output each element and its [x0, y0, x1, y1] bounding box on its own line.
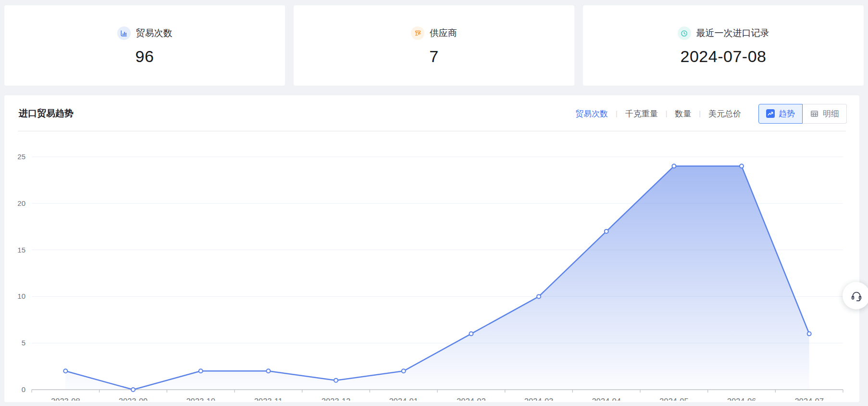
- svg-text:2024-06: 2024-06: [727, 397, 756, 401]
- svg-text:2023-11: 2023-11: [254, 397, 283, 401]
- trend-chart-container: 05101520252023-082023-092023-102023-1120…: [4, 131, 859, 401]
- trend-view-button[interactable]: 趋势: [758, 104, 803, 124]
- trend-icon: [766, 109, 775, 118]
- table-icon: [810, 109, 819, 118]
- stat-head: 贸易次数: [117, 26, 173, 40]
- view-toggle: 趋势 明细: [758, 104, 847, 124]
- chart-header: 进口贸易趋势 贸易次数 | 千克重量 | 数量 | 美元总价: [4, 95, 859, 125]
- svg-text:20: 20: [17, 199, 25, 207]
- metric-tab-kg-weight[interactable]: 千克重量: [618, 108, 666, 119]
- svg-text:2024-01: 2024-01: [389, 397, 418, 401]
- chart-title: 进口贸易趋势: [19, 107, 74, 120]
- bar-chart-icon: [117, 26, 131, 40]
- stat-label: 供应商: [430, 27, 457, 39]
- svg-text:25: 25: [17, 152, 25, 161]
- stat-value: 2024-07-08: [681, 47, 767, 66]
- svg-text:5: 5: [22, 339, 25, 347]
- svg-text:2023-12: 2023-12: [322, 397, 351, 401]
- detail-view-label: 明细: [823, 108, 839, 119]
- svg-text:2023-09: 2023-09: [119, 397, 148, 401]
- svg-text:0: 0: [22, 385, 25, 393]
- stat-head: 供应商: [411, 26, 457, 40]
- svg-text:2024-03: 2024-03: [524, 397, 554, 401]
- clock-icon: [678, 26, 691, 40]
- trend-chart: 05101520252023-082023-092023-102023-1120…: [4, 131, 859, 401]
- metric-tab-quantity[interactable]: 数量: [667, 108, 699, 119]
- detail-view-button[interactable]: 明细: [803, 104, 847, 124]
- stat-label: 贸易次数: [136, 27, 173, 39]
- stat-value: 96: [136, 47, 154, 66]
- svg-text:2023-08: 2023-08: [51, 397, 80, 401]
- metric-tab-usd-total[interactable]: 美元总价: [701, 108, 749, 119]
- svg-text:2024-02: 2024-02: [457, 397, 486, 401]
- svg-text:10: 10: [17, 292, 25, 300]
- svg-text:2023-10: 2023-10: [186, 397, 215, 401]
- import-trend-card: 进口贸易趋势 贸易次数 | 千克重量 | 数量 | 美元总价: [4, 95, 859, 402]
- stat-head: 最近一次进口记录: [678, 26, 769, 40]
- chart-controls: 贸易次数 | 千克重量 | 数量 | 美元总价 趋: [568, 104, 847, 124]
- stat-value: 7: [429, 47, 438, 66]
- headset-icon: [850, 290, 863, 302]
- svg-text:2024-04: 2024-04: [592, 397, 621, 401]
- metric-tabs: 贸易次数 | 千克重量 | 数量 | 美元总价: [568, 108, 749, 119]
- svg-text:15: 15: [17, 246, 25, 254]
- stat-label: 最近一次进口记录: [696, 27, 769, 39]
- svg-text:2024-05: 2024-05: [659, 397, 689, 401]
- stat-card-trade-count: 贸易次数 96: [4, 5, 285, 86]
- customer-service-button[interactable]: [843, 282, 868, 309]
- stat-card-suppliers: 供应商 7: [294, 5, 574, 86]
- supplier-store-icon: [411, 26, 424, 40]
- svg-text:2024-07: 2024-07: [794, 397, 824, 401]
- stats-row: 贸易次数 96 供应商 7: [0, 0, 868, 86]
- metric-tab-trade-count[interactable]: 贸易次数: [568, 108, 616, 119]
- trend-view-label: 趋势: [779, 108, 795, 119]
- stat-card-last-import: 最近一次进口记录 2024-07-08: [583, 5, 864, 86]
